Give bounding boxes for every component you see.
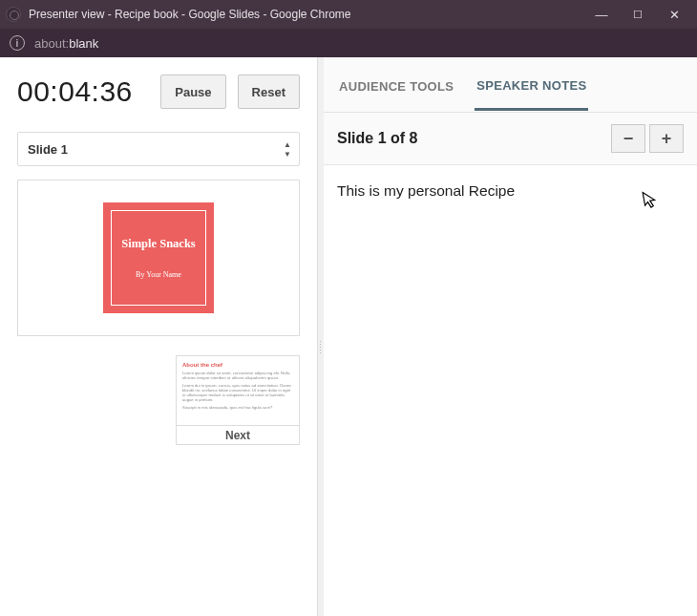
zoom-out-button[interactable]: − [611,124,645,153]
speaker-notes-text: This is my personal Recipe [337,182,515,199]
current-slide-preview[interactable]: Simple Snacks By Your Name [17,180,300,336]
slide-selector-dropdown[interactable]: Slide 1 ▲▼ [17,132,300,166]
timer-display: 00:04:36 [17,75,149,108]
notes-header: Slide 1 of 8 − + [324,113,697,165]
maximize-button[interactable]: ☐ [628,9,647,21]
slide-counter: Slide 1 of 8 [337,130,611,147]
mouse-cursor-icon [642,189,661,215]
url-path: blank [69,36,98,51]
slide-byline: By Your Name [136,270,181,279]
tab-audience-tools[interactable]: AUDIENCE TOOLS [337,79,455,109]
presenter-left-panel: 00:04:36 Pause Reset Slide 1 ▲▼ Simple S… [0,57,318,616]
window-title: Presenter view - Recipe book - Google Sl… [29,8,592,21]
content-area: 00:04:36 Pause Reset Slide 1 ▲▼ Simple S… [0,57,697,616]
window-titlebar: Presenter view - Recipe book - Google Sl… [0,0,697,29]
close-button[interactable]: ✕ [665,8,684,22]
reset-button[interactable]: Reset [238,74,300,109]
info-icon[interactable]: i [10,35,25,51]
next-slide-text1: Lorem ipsum dolor sit amet, consectetur … [182,371,293,380]
tabs-row: AUDIENCE TOOLS SPEAKER NOTES [324,57,697,113]
next-slide-wrap: About the chef Lorem ipsum dolor sit ame… [176,355,300,445]
url-scheme: about: [34,36,69,51]
tab-speaker-notes[interactable]: SPEAKER NOTES [475,78,588,111]
next-slide-title: About the chef [182,362,293,368]
dropdown-arrows-icon: ▲▼ [284,140,291,159]
zoom-in-button[interactable]: + [649,124,684,153]
speaker-notes-body: This is my personal Recipe [324,165,697,616]
presenter-right-panel: AUDIENCE TOOLS SPEAKER NOTES Slide 1 of … [324,57,697,616]
app-icon [6,7,21,22]
next-slide-text3: Suscipit in mis aleasuada, quis est hac … [182,405,293,410]
next-slide-text2: Lorem dui in ipsum, cursus, quis natus a… [182,383,293,402]
pause-button[interactable]: Pause [160,74,225,109]
timer-row: 00:04:36 Pause Reset [17,74,300,109]
next-slide-preview[interactable]: About the chef Lorem ipsum dolor sit ame… [176,355,300,426]
slide-thumbnail: Simple Snacks By Your Name [103,202,214,313]
slide-selector-label: Slide 1 [28,142,68,157]
minimize-button[interactable]: — [592,8,611,22]
address-bar[interactable]: i about:blank [0,29,697,57]
next-button[interactable]: Next [176,426,300,445]
slide-title: Simple Snacks [121,237,195,251]
